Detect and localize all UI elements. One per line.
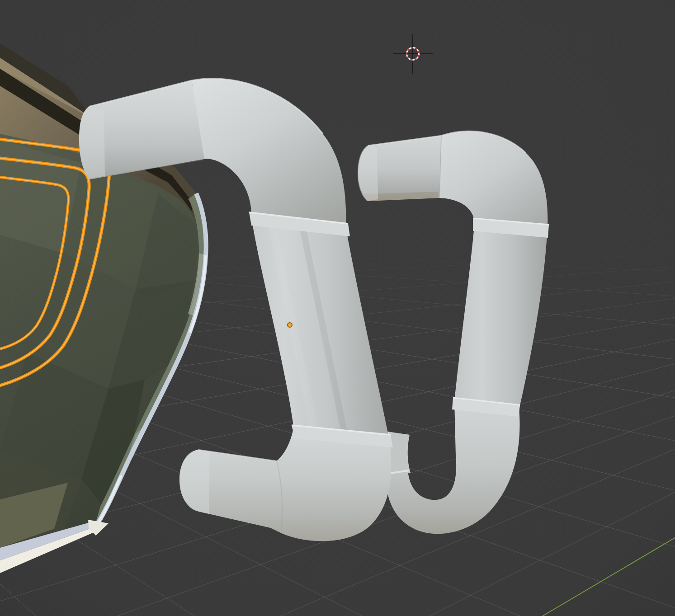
object-origin-point[interactable] [288,323,292,327]
viewport-canvas[interactable] [0,0,675,616]
viewport-3d[interactable] [0,0,675,616]
